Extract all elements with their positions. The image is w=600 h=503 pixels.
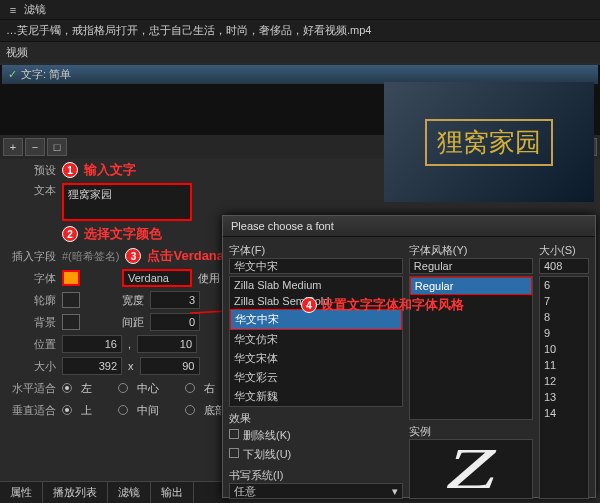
badge-1: 1 [62, 162, 78, 178]
anno-1: 输入文字 [84, 161, 136, 179]
outline-width-value: 3 [189, 294, 195, 306]
font-name-value: Verdana [128, 272, 169, 284]
vfit-middle-radio[interactable] [118, 405, 128, 415]
preview-text: 狸窝家园 [425, 119, 553, 166]
text-input[interactable]: 狸窝家园 [62, 183, 192, 221]
style-item-selected[interactable]: Regular [410, 277, 532, 295]
remove-button[interactable]: − [25, 138, 45, 156]
font-color-swatch[interactable] [62, 270, 80, 286]
tab-playlist-label: 播放列表 [53, 486, 97, 498]
hfit-label: 水平适合 [6, 381, 56, 396]
vfit-top-radio[interactable] [62, 405, 72, 415]
underline-checkbox[interactable] [229, 448, 239, 458]
writing-value: 任意 [234, 484, 256, 499]
outline-color-swatch[interactable] [62, 292, 80, 308]
track-item-label: 文字: 简单 [21, 67, 71, 82]
anno-4: 设置文字字体和字体风格 [321, 296, 464, 314]
size-h-value: 90 [182, 360, 194, 372]
size-item[interactable]: 7 [540, 293, 588, 309]
size-w-input[interactable]: 392 [62, 357, 122, 375]
background-label: 背景 [6, 315, 56, 330]
anno-3: 点击Verdana [147, 247, 224, 265]
position-label: 位置 [6, 337, 56, 352]
size-h-input[interactable]: 90 [140, 357, 200, 375]
tab-output[interactable]: 输出 [151, 482, 194, 503]
size-list[interactable]: 6 7 8 9 10 11 12 13 14 [539, 276, 589, 499]
size-item[interactable]: 12 [540, 373, 588, 389]
hfit-right-label: 右 [204, 381, 215, 396]
anno4-overlay: 4 设置文字字体和字体风格 [301, 296, 464, 314]
font-item[interactable]: 华文仿宋 [230, 330, 402, 349]
section-video-label: 视频 [6, 46, 28, 58]
insert-field-value[interactable]: #(暗希签名) [62, 249, 119, 264]
font-label: 字体 [6, 271, 56, 286]
size-item[interactable]: 11 [540, 357, 588, 373]
style-column: 字体风格(Y) Regular Regular 实例 Z [409, 243, 533, 499]
vfit-bottom-radio[interactable] [185, 405, 195, 415]
hfit-right-radio[interactable] [185, 383, 195, 393]
style-input[interactable]: Regular [409, 258, 533, 274]
font-input[interactable]: 华文中宋 [229, 258, 403, 274]
outline-width-input[interactable]: 3 [150, 291, 200, 309]
font-item[interactable]: 华文宋体 [230, 349, 402, 368]
position-x-input[interactable]: 16 [62, 335, 122, 353]
font-list-label: 字体(F) [229, 243, 403, 258]
size-item[interactable]: 14 [540, 405, 588, 421]
font-usage-label: 使用 [198, 271, 220, 286]
section-video: 视频 [0, 42, 600, 63]
text-label: 文本 [6, 183, 56, 198]
add-button[interactable]: + [3, 138, 23, 156]
size-list-label: 大小(S) [539, 243, 589, 258]
tab-filters-label: 滤镜 [118, 486, 140, 498]
tab-properties-label: 属性 [10, 486, 32, 498]
style-list-label: 字体风格(Y) [409, 243, 533, 258]
dialog-title: Please choose a font [223, 216, 595, 237]
font-item[interactable]: 华文新魏 [230, 387, 402, 406]
writing-select[interactable]: 任意▾ [229, 483, 403, 499]
size-item[interactable]: 10 [540, 341, 588, 357]
tab-properties[interactable]: 属性 [0, 482, 43, 503]
vfit-label: 垂直适合 [6, 403, 56, 418]
sample-preview: Z [409, 439, 533, 499]
size-item[interactable]: 6 [540, 277, 588, 293]
size-sep: x [128, 360, 134, 372]
anno-2: 选择文字颜色 [84, 225, 162, 243]
preview-pane: 狸窝家园 [384, 82, 594, 202]
copy-button[interactable]: □ [47, 138, 67, 156]
size-item[interactable]: 9 [540, 325, 588, 341]
badge-3: 3 [125, 248, 141, 264]
background-gap-input[interactable]: 0 [150, 313, 200, 331]
chevron-down-icon: ▾ [392, 485, 398, 498]
size-item[interactable]: 13 [540, 389, 588, 405]
position-sep: , [128, 338, 131, 350]
size-input[interactable]: 408 [539, 258, 589, 274]
position-y-input[interactable]: 10 [137, 335, 197, 353]
background-gap-value: 0 [189, 316, 195, 328]
font-item[interactable]: 华文彩云 [230, 368, 402, 387]
hfit-center-radio[interactable] [118, 383, 128, 393]
effects-label: 效果 [229, 411, 403, 426]
size-column: 大小(S) 408 6 7 8 9 10 11 12 13 14 [539, 243, 589, 499]
strike-checkbox[interactable] [229, 429, 239, 439]
tab-filters[interactable]: 滤镜 [108, 482, 151, 503]
outline-label: 轮廓 [6, 293, 56, 308]
size-item[interactable]: 8 [540, 309, 588, 325]
minus-icon: − [32, 141, 38, 153]
menu-icon[interactable]: ≡ [6, 3, 20, 17]
font-item[interactable]: Zilla Slab Medium [230, 277, 402, 293]
position-y-value: 10 [180, 338, 192, 350]
style-input-value: Regular [414, 260, 453, 272]
size-label: 大小 [6, 359, 56, 374]
hfit-center-label: 中心 [137, 381, 159, 396]
font-name-button[interactable]: Verdana [122, 269, 192, 287]
badge-4: 4 [301, 297, 317, 313]
hfit-left-radio[interactable] [62, 383, 72, 393]
vfit-middle-label: 中间 [137, 403, 159, 418]
background-gap-label: 间距 [122, 315, 144, 330]
background-color-swatch[interactable] [62, 314, 80, 330]
filename-bar: …芙尼手镯，戒指格局打开，忠于自己生活，时尚，奢侈品，好看视频.mp4 [0, 20, 600, 42]
check-icon: ✓ [8, 68, 17, 81]
insert-field-label: 插入字段 [6, 249, 56, 264]
tab-playlist[interactable]: 播放列表 [43, 482, 108, 503]
outline-width-label: 宽度 [122, 293, 144, 308]
